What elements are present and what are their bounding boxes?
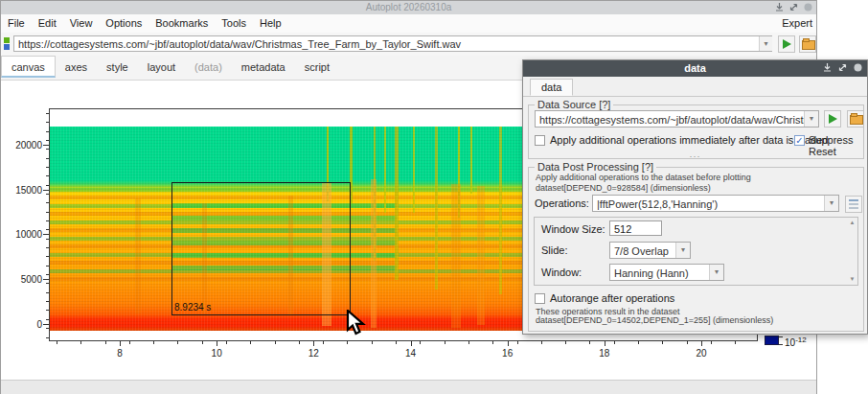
chevron-down-icon[interactable]: ▾: [804, 111, 818, 127]
axis-tick: [46, 131, 49, 132]
menu-tools[interactable]: Tools: [215, 14, 253, 33]
axis-tick: [46, 149, 49, 150]
axis-tick: [46, 310, 49, 311]
dock-icon[interactable]: [775, 3, 784, 12]
axis-tick: [605, 341, 605, 346]
axis-tick: [638, 341, 639, 344]
axis-tick: [46, 292, 49, 293]
resize-icon[interactable]: [789, 3, 798, 12]
menu-options[interactable]: Options: [99, 14, 148, 33]
colorbar-ticks: [779, 336, 783, 345]
scroll-down-icon[interactable]: ▼: [848, 275, 857, 284]
tab-script[interactable]: script: [295, 57, 339, 77]
axis-tick: [347, 341, 348, 344]
dialog-dock-icon[interactable]: [823, 63, 832, 72]
dialog-go-button[interactable]: [824, 110, 841, 127]
axis-tick: [46, 247, 49, 248]
main-title-bar: Autoplot 20260310a: [1, 1, 816, 14]
chevron-down-icon[interactable]: ▾: [675, 243, 690, 258]
dialog-browse-button[interactable]: [847, 110, 864, 127]
axis-tick: [735, 341, 736, 344]
operations-editor-icon[interactable]: [845, 196, 862, 213]
tab-data[interactable]: (data): [185, 57, 232, 77]
window-menu-icon[interactable]: [804, 3, 812, 12]
browse-file-button[interactable]: [799, 35, 816, 53]
tab-metadata[interactable]: metadata: [232, 57, 295, 77]
result-line-2: dataset[DEPEND_0=14502,DEPEND_1=255] (di…: [536, 315, 773, 325]
axis-tick: [46, 337, 49, 338]
axis-tick: [46, 202, 49, 203]
tab-style[interactable]: style: [97, 57, 138, 77]
data-dialog: data data Data Source [?] https://cottag…: [522, 59, 868, 335]
menu-bookmarks[interactable]: Bookmarks: [148, 14, 215, 33]
dialog-play-icon: [829, 114, 837, 124]
axis-tick: [508, 341, 509, 346]
post-processing-hint: Apply additional operations to the datas…: [536, 173, 751, 182]
axis-tick: 8: [117, 348, 123, 359]
chevron-down-icon[interactable]: ▾: [824, 196, 838, 211]
axis-tick: 14: [405, 348, 416, 359]
expert-mode-label[interactable]: Expert: [782, 14, 812, 33]
apply-operations-checkbox[interactable]: [535, 135, 545, 146]
window-function-select[interactable]: Hanning (Hann)▾: [609, 264, 724, 281]
chevron-down-icon[interactable]: ▾: [709, 265, 723, 280]
axis-tick: [250, 341, 251, 344]
autorange-label: Autorange after operations: [550, 292, 674, 304]
axis-tick: [57, 341, 57, 344]
axis-tick: [46, 212, 49, 213]
dialog-url-combo[interactable]: https://cottagesystems.com/~jbf/autoplot…: [535, 110, 819, 127]
window-size-input[interactable]: 512: [609, 220, 662, 236]
colorbar-bottom-swatch: [765, 336, 779, 345]
axis-tick: [711, 341, 712, 344]
axis-tick: [46, 283, 49, 284]
time-selection-box[interactable]: 8.9234 s: [171, 182, 351, 315]
splitter-handle[interactable]: ···: [523, 151, 867, 161]
operations-label: Operations:: [535, 197, 589, 209]
axis-tick: [313, 341, 314, 346]
menu-view[interactable]: View: [63, 14, 100, 33]
dialog-menu-icon[interactable]: [854, 63, 862, 72]
axis-tick: [46, 274, 49, 275]
tab-layout[interactable]: layout: [138, 57, 185, 77]
suppress-reset-checkbox[interactable]: ✓: [794, 135, 805, 146]
go-button[interactable]: [778, 35, 795, 53]
menu-file[interactable]: File: [1, 14, 32, 33]
axis-tick: [565, 341, 566, 344]
slide-select[interactable]: 7/8 Overlap▾: [609, 242, 691, 259]
scroll-up-icon[interactable]: ▲: [848, 219, 857, 227]
operations-combo[interactable]: |fftPower(512,8,'Hanning')▾: [592, 195, 839, 212]
menu-edit[interactable]: Edit: [32, 14, 63, 33]
dialog-tab-data[interactable]: data: [530, 79, 573, 96]
axis-tick: [153, 341, 154, 344]
status-bar: [1, 380, 816, 394]
axis-tick: [226, 341, 227, 344]
menu-help[interactable]: Help: [253, 14, 288, 33]
axis-tick: [46, 185, 49, 186]
tab-axes[interactable]: axes: [56, 57, 97, 77]
dialog-title-bar[interactable]: data: [523, 60, 867, 77]
axis-tick: [411, 341, 412, 346]
axis-tick: 12: [308, 348, 319, 359]
colorbar-tick-label: 10-12: [785, 336, 807, 348]
tab-canvas[interactable]: canvas: [1, 56, 56, 78]
axis-tick: [46, 220, 49, 221]
main-window-title: Autoplot 20260310a: [366, 2, 452, 12]
autorange-checkbox[interactable]: [535, 293, 545, 304]
axis-tick: [46, 175, 49, 176]
axis-tick: [492, 341, 493, 344]
axis-tick: [468, 341, 469, 344]
axis-tick: [46, 122, 49, 123]
axis-tick: 20000: [1, 140, 42, 151]
address-type-icon: [4, 37, 11, 51]
window-function-label: Window:: [541, 267, 582, 278]
url-dropdown-icon[interactable]: ▾: [759, 36, 772, 51]
url-input[interactable]: https://cottagesystems.com/~jbf/autoplot…: [13, 35, 772, 52]
folder-icon: [802, 40, 815, 50]
axis-tick: 5000: [1, 274, 42, 285]
play-icon: [783, 39, 791, 49]
dialog-resize-icon[interactable]: [838, 63, 847, 72]
axis-tick: [589, 341, 590, 344]
axis-tick: [46, 266, 49, 267]
axis-tick: [614, 341, 615, 344]
input-dataset-label: dataset[DEPEND_0=928584] (dimensionless): [536, 183, 711, 193]
